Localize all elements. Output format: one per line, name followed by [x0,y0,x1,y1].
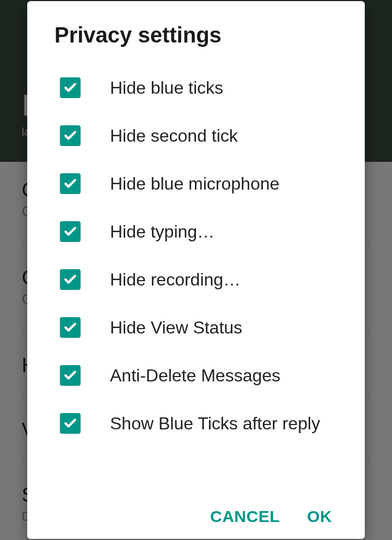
option-label: Hide blue microphone [110,173,279,195]
option-label: Hide recording… [110,269,241,290]
dialog-title: Privacy settings [27,23,365,64]
checkbox-icon [60,77,81,98]
checkbox-icon [60,221,81,242]
option-hide-second-tick[interactable]: Hide second tick [54,112,338,160]
option-hide-blue-microphone[interactable]: Hide blue microphone [54,160,338,208]
checkbox-icon [60,173,81,194]
option-hide-typing[interactable]: Hide typing… [54,208,338,256]
option-label: Show Blue Ticks after reply [110,412,320,434]
checkbox-icon [60,125,81,146]
option-label: Hide View Status [110,317,242,338]
option-label: Hide blue ticks [110,77,223,99]
dialog-actions: CANCEL OK [27,496,365,526]
ok-button[interactable]: OK [307,507,332,526]
option-hide-blue-ticks[interactable]: Hide blue ticks [54,64,338,112]
option-label: Hide typing… [110,221,215,242]
option-label: Anti-Delete Messages [110,365,280,386]
options-list: Hide blue ticks Hide second tick Hide bl… [27,64,365,496]
checkbox-icon [60,365,81,386]
checkbox-icon [60,413,81,434]
option-label: Hide second tick [110,125,238,147]
option-hide-recording[interactable]: Hide recording… [54,256,338,304]
cancel-button[interactable]: CANCEL [210,507,280,526]
option-show-blue-ticks-after-reply[interactable]: Show Blue Ticks after reply [54,399,338,447]
option-anti-delete-messages[interactable]: Anti-Delete Messages [54,351,338,399]
checkbox-icon [60,269,81,290]
option-hide-view-status[interactable]: Hide View Status [54,304,338,351]
privacy-settings-dialog: Privacy settings Hide blue ticks Hide se… [27,1,365,539]
checkbox-icon [60,317,81,338]
